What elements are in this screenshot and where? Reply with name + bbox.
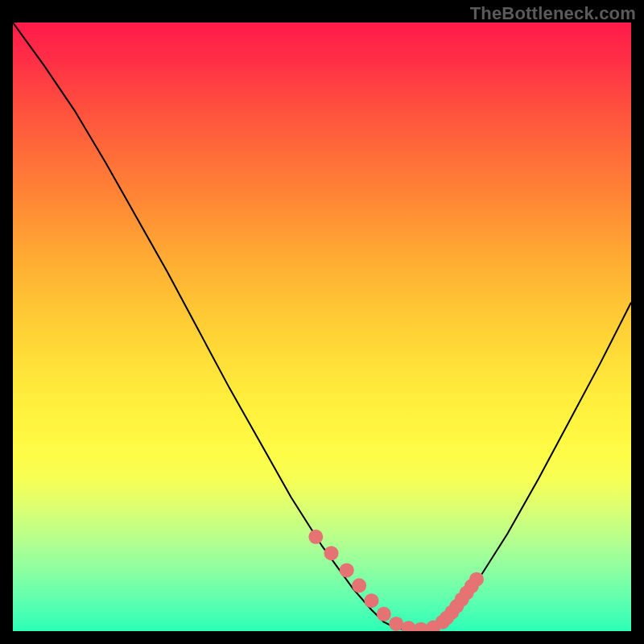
highlight-dot bbox=[389, 617, 403, 631]
plot-svg bbox=[13, 23, 631, 631]
highlight-dot bbox=[324, 546, 339, 560]
highlight-dot bbox=[377, 607, 391, 621]
highlight-dot bbox=[340, 563, 354, 577]
plot-area bbox=[13, 23, 631, 631]
watermark-text: TheBottleneck.com bbox=[470, 3, 636, 24]
highlight-dot bbox=[352, 578, 366, 592]
highlight-dot bbox=[364, 593, 378, 608]
highlight-dot bbox=[402, 621, 416, 631]
highlight-dots bbox=[308, 530, 484, 631]
highlight-dot bbox=[308, 530, 323, 544]
chart-frame: TheBottleneck.com bbox=[0, 0, 644, 644]
highlight-dot bbox=[414, 622, 428, 631]
highlight-dot bbox=[469, 572, 484, 587]
